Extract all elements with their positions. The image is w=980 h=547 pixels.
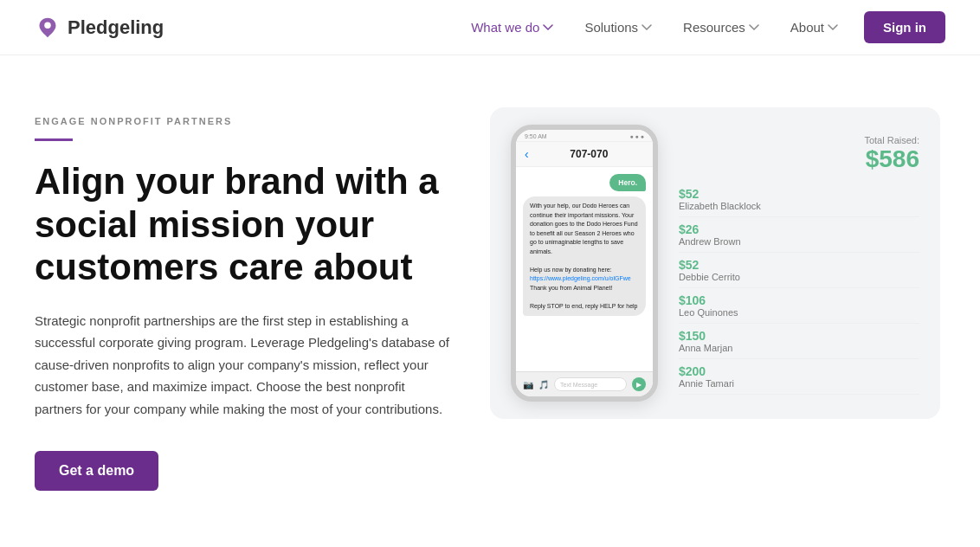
mic-icon: 🎵	[538, 380, 549, 389]
hero-bubble: Hero.	[609, 174, 646, 191]
hero-title: Align your brand with a social mission y…	[35, 160, 450, 289]
phone-header: ‹ 707-070	[516, 142, 653, 167]
total-raised: Total Raised: $586	[679, 135, 919, 173]
donor-row: $26 Andrew Brown	[679, 217, 919, 253]
purple-divider	[35, 138, 73, 141]
phone-body: Hero. With your help, our Dodo Heroes ca…	[516, 167, 653, 371]
nav-item-solutions[interactable]: Solutions	[572, 13, 664, 42]
section-label: ENGAGE NONPROFIT PARTNERS	[35, 116, 450, 126]
back-arrow-icon: ‹	[525, 147, 529, 161]
send-button[interactable]: ▶	[632, 377, 646, 391]
hero-section: ENGAGE NONPROFIT PARTNERS Align your bra…	[0, 55, 980, 525]
nav-links: What we do Solutions Resources About Sig…	[459, 11, 945, 43]
donor-row: $52 Elizabeth Blacklock	[679, 182, 919, 217]
phone-mockup: 9:50 AM ● ● ● ‹ 707-070 Hero. With your …	[511, 125, 658, 402]
donors-panel: Total Raised: $586 $52 Elizabeth Blacklo…	[679, 132, 919, 395]
chevron-down-icon	[543, 23, 553, 33]
navbar: Pledgeling What we do Solutions Resource…	[0, 0, 980, 55]
donor-row: $106 Leo Quinones	[679, 288, 919, 324]
logo[interactable]: Pledgeling	[35, 15, 164, 41]
phone-status-bar: 9:50 AM ● ● ●	[516, 130, 653, 142]
illustration-wrapper: 9:50 AM ● ● ● ‹ 707-070 Hero. With your …	[490, 107, 940, 419]
camera-icon: 📷	[523, 380, 533, 389]
get-demo-button[interactable]: Get a demo	[35, 451, 158, 491]
chevron-down-icon	[642, 23, 652, 33]
hero-right: 9:50 AM ● ● ● ‹ 707-070 Hero. With your …	[485, 107, 945, 419]
signin-button[interactable]: Sign in	[864, 11, 945, 43]
phone-number: 707-070	[534, 148, 644, 160]
text-message-input[interactable]: Text Message	[554, 377, 627, 391]
donor-row: $150 Anna Marjan	[679, 324, 919, 359]
nav-item-what-we-do[interactable]: What we do	[459, 13, 565, 42]
donor-row: $52 Debbie Cerrito	[679, 253, 919, 288]
donor-row: $200 Annie Tamari	[679, 359, 919, 395]
phone-input-bar: 📷 🎵 Text Message ▶	[516, 371, 653, 396]
svg-point-0	[44, 22, 51, 29]
nav-item-about[interactable]: About	[778, 13, 850, 42]
chevron-down-icon	[749, 23, 759, 33]
message-bubble: With your help, our Dodo Heroes can cont…	[523, 196, 646, 316]
hero-description: Strategic nonprofit partnerships are the…	[35, 310, 450, 421]
hero-left: ENGAGE NONPROFIT PARTNERS Align your bra…	[35, 107, 450, 491]
chevron-down-icon	[828, 23, 838, 33]
logo-icon	[35, 15, 61, 41]
nav-item-resources[interactable]: Resources	[671, 13, 771, 42]
